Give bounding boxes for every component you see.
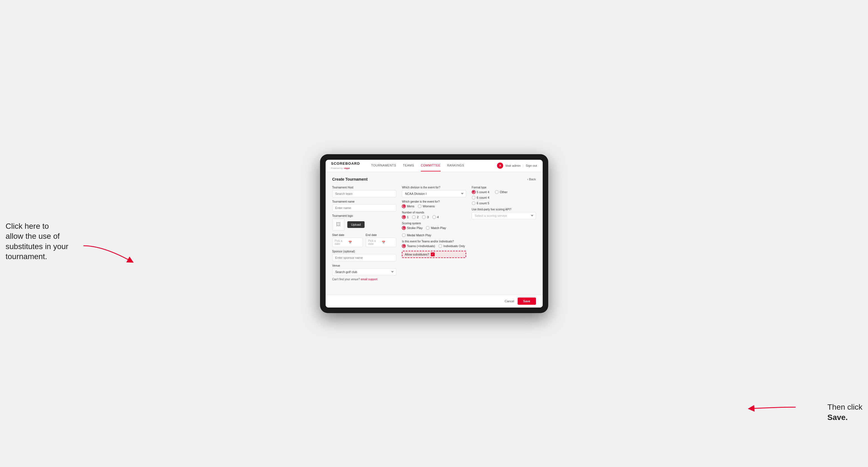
- main-nav: SCOREBOARD Powered by clippd TOURNAMENTS…: [326, 160, 543, 172]
- nav-teams[interactable]: TEAMS: [403, 160, 414, 172]
- gender-label: Which gender is the event for?: [402, 200, 466, 203]
- rounds-label: Number of rounds: [402, 211, 466, 214]
- venue-label: Venue: [332, 264, 397, 267]
- event-individuals[interactable]: Individuals Only: [438, 244, 465, 248]
- tournament-host-input[interactable]: [332, 190, 397, 197]
- event-teams[interactable]: Teams (+Individuals): [402, 244, 435, 248]
- annotation-left: Click here to allow the use of substitut…: [6, 221, 68, 262]
- round-3[interactable]: 3: [422, 215, 429, 219]
- venue-select[interactable]: Search golf club: [332, 268, 397, 276]
- form-footer: Cancel Save: [326, 294, 543, 308]
- scoring-api-group: Use third-party live scoring API? Select…: [472, 208, 536, 219]
- gender-womens[interactable]: Womens: [418, 204, 435, 208]
- event-teams-radio[interactable]: [402, 244, 406, 248]
- format-6count5[interactable]: 6 count 5: [472, 201, 489, 205]
- user-info: B blair admin | Sign out: [497, 162, 537, 169]
- scoring-stroke[interactable]: Stroke Play: [402, 226, 423, 230]
- nav-committee[interactable]: COMMITTEE: [421, 160, 440, 172]
- app-logo: SCOREBOARD Powered by clippd: [331, 162, 360, 170]
- email-support-link[interactable]: email support: [361, 278, 377, 281]
- cancel-button[interactable]: Cancel: [505, 300, 514, 303]
- page-title: Create Tournament: [332, 177, 368, 182]
- substitutes-checkbox[interactable]: ✓: [431, 252, 435, 256]
- tournament-name-input[interactable]: [332, 204, 397, 212]
- form-col-1: Tournament Host Tournament name Tourname…: [332, 186, 397, 281]
- format-row-3: 6 count 5: [472, 201, 536, 205]
- substitutes-checkbox-item[interactable]: Allow substitutes? ✓: [405, 252, 435, 256]
- avatar: B: [497, 162, 503, 169]
- scoring-system-label: Scoring system: [402, 222, 466, 225]
- round-2[interactable]: 2: [412, 215, 418, 219]
- round-1[interactable]: 1: [402, 215, 408, 219]
- start-date-input[interactable]: Pick a date 📅: [332, 238, 363, 247]
- form-col-3: Format type 5 count 4 Other: [472, 186, 536, 281]
- nav-rankings[interactable]: RANKINGS: [447, 160, 464, 172]
- back-button[interactable]: ‹ Back: [527, 178, 536, 181]
- format-options: 5 count 4 Other 6 count 4: [472, 190, 536, 205]
- scoring-radio-group: Stroke Play Match Play Medal Match Play: [402, 226, 466, 237]
- substitutes-highlight: Allow substitutes? ✓: [402, 251, 466, 258]
- tournament-name-group: Tournament name: [332, 200, 397, 212]
- arrow-left: [81, 243, 142, 265]
- scoring-system-group: Scoring system Stroke Play Match Play: [402, 222, 466, 237]
- end-date-group: End date Pick a date 📅: [366, 234, 396, 247]
- format-6count5-radio[interactable]: [472, 201, 475, 205]
- tablet-device: SCOREBOARD Powered by clippd TOURNAMENTS…: [320, 154, 548, 313]
- end-date-input[interactable]: Pick a date 📅: [366, 238, 396, 247]
- format-other-radio[interactable]: [495, 190, 499, 194]
- tournament-logo-group: Tournament logo 🖼 Upload: [332, 214, 397, 231]
- start-date-group: Start date Pick a date 📅: [332, 234, 363, 247]
- gender-womens-radio[interactable]: [418, 204, 422, 208]
- tournament-host-group: Tournament Host: [332, 186, 397, 197]
- format-6count4-radio[interactable]: [472, 196, 475, 199]
- round-3-radio[interactable]: [422, 215, 426, 219]
- scoring-medal[interactable]: Medal Match Play: [402, 233, 431, 237]
- format-row-1: 5 count 4 Other: [472, 190, 536, 194]
- round-4-radio[interactable]: [432, 215, 436, 219]
- scoring-match[interactable]: Match Play: [426, 226, 446, 230]
- scoring-stroke-radio[interactable]: [402, 226, 406, 230]
- format-type-group: Format type 5 count 4 Other: [472, 186, 536, 205]
- format-5count4[interactable]: 5 count 4: [472, 190, 489, 194]
- form-grid: Tournament Host Tournament name Tourname…: [332, 186, 536, 281]
- date-row: Start date Pick a date 📅 End date Pick a…: [332, 234, 397, 247]
- save-button[interactable]: Save: [518, 298, 536, 305]
- tournament-host-label: Tournament Host: [332, 186, 397, 189]
- rounds-group: Number of rounds 1 2: [402, 211, 466, 219]
- round-2-radio[interactable]: [412, 215, 416, 219]
- gender-group: Which gender is the event for? Mens Wome…: [402, 200, 466, 208]
- venue-group: Venue Search golf club Can't find your v…: [332, 264, 397, 281]
- gender-mens[interactable]: Mens: [402, 204, 414, 208]
- format-type-label: Format type: [472, 186, 536, 189]
- sponsor-input[interactable]: [332, 254, 397, 261]
- nav-tournaments[interactable]: TOURNAMENTS: [371, 160, 396, 172]
- content-header: Create Tournament ‹ Back: [332, 177, 536, 182]
- gender-radio-group: Mens Womens: [402, 204, 466, 208]
- sign-out-link[interactable]: Sign out: [526, 164, 537, 167]
- substitutes-group: Allow substitutes? ✓: [402, 251, 466, 258]
- venue-hint: Can't find your venue? email support: [332, 278, 397, 281]
- format-row-2: 6 count 4: [472, 196, 536, 199]
- format-other[interactable]: Other: [495, 190, 507, 194]
- tablet-screen: SCOREBOARD Powered by clippd TOURNAMENTS…: [326, 160, 543, 308]
- event-individuals-radio[interactable]: [438, 244, 442, 248]
- scoring-api-label: Use third-party live scoring API?: [472, 208, 536, 211]
- main-content: Create Tournament ‹ Back Tournament Host…: [326, 172, 543, 294]
- sponsor-group: Sponsor (optional): [332, 250, 397, 261]
- gender-mens-radio[interactable]: [402, 204, 406, 208]
- start-date-label: Start date: [332, 234, 363, 237]
- calendar-icon-end: 📅: [382, 241, 394, 244]
- scoring-match-radio[interactable]: [426, 226, 430, 230]
- tournament-name-label: Tournament name: [332, 200, 397, 203]
- upload-button[interactable]: Upload: [347, 221, 365, 228]
- rounds-radio-group: 1 2 3 4: [402, 215, 466, 219]
- division-select[interactable]: NCAA Division I: [402, 190, 466, 197]
- scoring-api-select[interactable]: Select a scoring service: [472, 212, 536, 219]
- format-6count4[interactable]: 6 count 4: [472, 196, 489, 199]
- scoring-medal-radio[interactable]: [402, 233, 406, 237]
- division-group: Which division is the event for? NCAA Di…: [402, 186, 466, 197]
- round-4[interactable]: 4: [432, 215, 439, 219]
- format-5count4-radio[interactable]: [472, 190, 475, 194]
- form-col-2: Which division is the event for? NCAA Di…: [402, 186, 466, 281]
- round-1-radio[interactable]: [402, 215, 406, 219]
